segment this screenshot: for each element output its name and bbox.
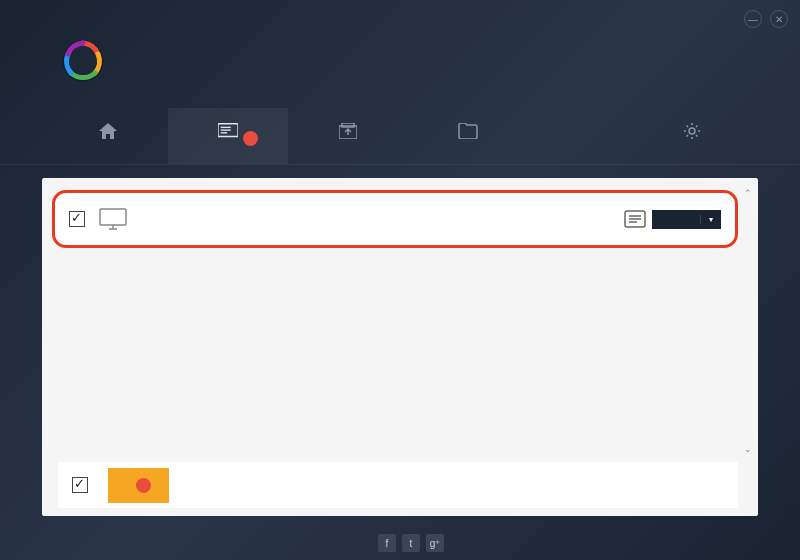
- close-button[interactable]: ✕: [770, 10, 788, 28]
- minimize-button[interactable]: —: [744, 10, 762, 28]
- social-links: f t g⁺: [378, 534, 444, 552]
- driver-info: [141, 218, 624, 220]
- updates-count-badge: [243, 131, 258, 146]
- details-icon[interactable]: [624, 210, 646, 228]
- svg-rect-6: [342, 123, 354, 127]
- tab-restore[interactable]: [408, 108, 528, 164]
- scroll-up-icon[interactable]: ⌃: [742, 188, 754, 200]
- driver-checkbox[interactable]: [69, 211, 85, 227]
- update-button[interactable]: ▾: [652, 210, 721, 229]
- download-count-badge: [136, 478, 151, 493]
- chevron-down-icon[interactable]: ▾: [700, 215, 721, 224]
- app-logo-icon: [60, 38, 106, 84]
- googleplus-icon[interactable]: g⁺: [426, 534, 444, 552]
- restore-icon: [458, 122, 478, 140]
- monitor-icon: [99, 208, 127, 230]
- driver-row-highlighted[interactable]: ▾: [52, 190, 738, 248]
- svg-point-0: [63, 41, 103, 81]
- tab-settings[interactable]: [632, 108, 752, 164]
- tab-backup[interactable]: [288, 108, 408, 164]
- svg-point-7: [689, 128, 695, 134]
- facebook-icon[interactable]: f: [378, 534, 396, 552]
- content-panel: ▾ ⌃ ⌄: [42, 178, 758, 516]
- download-install-button[interactable]: [108, 468, 169, 503]
- footer: f t g⁺: [0, 534, 800, 552]
- backup-icon: [338, 122, 358, 140]
- svg-rect-8: [100, 209, 126, 225]
- scroll-down-icon[interactable]: ⌄: [742, 444, 754, 456]
- titlebar: — ✕: [728, 10, 788, 28]
- nav-tabs: [0, 108, 800, 165]
- gear-icon: [682, 122, 702, 140]
- home-icon: [98, 122, 118, 140]
- twitter-icon[interactable]: t: [402, 534, 420, 552]
- select-all-checkbox[interactable]: [72, 477, 88, 493]
- tab-home[interactable]: [48, 108, 168, 164]
- updates-icon: [218, 122, 238, 140]
- tab-driver-updates[interactable]: [168, 108, 288, 164]
- brand-header: [60, 38, 120, 84]
- bottom-action-bar: [58, 462, 738, 508]
- scrollbar[interactable]: ⌃ ⌄: [742, 188, 754, 456]
